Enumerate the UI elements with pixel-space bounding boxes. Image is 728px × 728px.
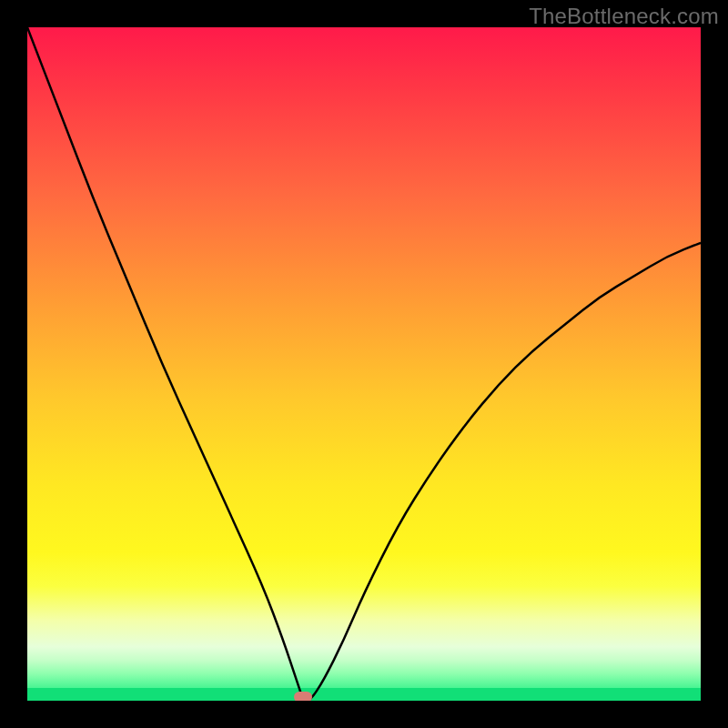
optimal-marker: [294, 692, 312, 701]
bottleneck-curve: [27, 27, 701, 701]
curve-path: [27, 27, 701, 701]
chart-frame: TheBottleneck.com: [0, 0, 728, 728]
plot-area: [27, 27, 701, 701]
watermark-text: TheBottleneck.com: [529, 4, 719, 29]
